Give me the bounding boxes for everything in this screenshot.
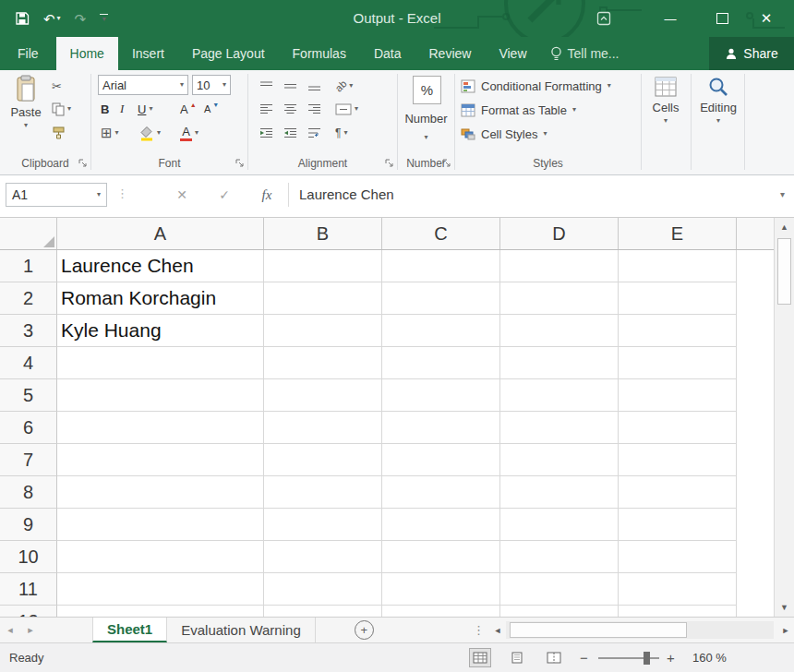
align-right-button[interactable] [307, 99, 321, 119]
share-button[interactable]: Share [709, 37, 794, 70]
number-format-dropdown-icon[interactable]: ▾ [398, 128, 454, 142]
zoom-in-button[interactable]: + [667, 643, 675, 672]
cell-B10[interactable] [264, 541, 382, 573]
cell-E9[interactable] [619, 509, 737, 541]
cell-C2[interactable] [382, 282, 500, 315]
column-header-C[interactable]: C [382, 218, 500, 249]
scroll-up-button[interactable]: ▲ [775, 218, 794, 236]
cell-C6[interactable] [382, 412, 500, 444]
cell-D5[interactable] [500, 379, 619, 412]
cell-C3[interactable] [382, 315, 500, 347]
row-header-9[interactable]: 9 [0, 509, 57, 541]
font-size-combo[interactable]: 10 ▾ [192, 75, 231, 95]
name-box-dropdown-icon[interactable]: ▾ [97, 191, 101, 198]
tab-view[interactable]: View [485, 37, 540, 70]
cell-C11[interactable] [382, 573, 500, 606]
tab-insert[interactable]: Insert [118, 37, 178, 70]
insert-function-button[interactable]: fx [255, 183, 279, 207]
formula-input[interactable]: Laurence Chen [299, 183, 394, 207]
cell-C7[interactable] [382, 444, 500, 476]
borders-dropdown-icon[interactable]: ▾ [115, 129, 119, 137]
name-box[interactable]: A1 ▾ [6, 183, 107, 207]
row-header-6[interactable]: 6 [0, 412, 57, 444]
increase-font-size-button[interactable]: A▲ [180, 99, 198, 119]
column-header-E[interactable]: E [619, 218, 737, 249]
row-header-4[interactable]: 4 [0, 347, 57, 379]
undo-dropdown-icon[interactable]: ▾ [57, 15, 61, 22]
wrap-text-button[interactable] [307, 123, 321, 143]
copy-button[interactable]: ▾ [52, 99, 71, 119]
zoom-slider-track[interactable] [598, 657, 659, 659]
tell-me-box[interactable]: Tell me... [550, 37, 620, 70]
cell-B8[interactable] [264, 476, 382, 509]
row-header-2[interactable]: 2 [0, 282, 57, 315]
cell-A3[interactable]: Kyle Huang [57, 315, 264, 347]
customize-quick-access-button[interactable]: ▾ [100, 14, 108, 23]
sheet-prev-button[interactable]: ◂ [0, 618, 20, 642]
cell-A1[interactable]: Laurence Chen [57, 250, 264, 282]
tab-review[interactable]: Review [415, 37, 486, 70]
cell-D11[interactable] [500, 573, 619, 606]
cell-C8[interactable] [382, 476, 500, 509]
vertical-scrollbar[interactable]: ▲ ▼ [774, 218, 794, 617]
cell-E4[interactable] [619, 347, 737, 379]
row-header-7[interactable]: 7 [0, 444, 57, 476]
undo-button[interactable]: ↶ ▾ [43, 12, 61, 26]
decrease-indent-button[interactable] [259, 123, 273, 143]
cell-A4[interactable] [57, 347, 264, 379]
column-header-A[interactable]: A [57, 218, 264, 249]
middle-align-button[interactable] [283, 76, 297, 96]
cell-B1[interactable] [264, 250, 382, 282]
tab-formulas[interactable]: Formulas [279, 37, 360, 70]
font-name-combo[interactable]: Arial ▾ [98, 75, 188, 95]
bold-button[interactable]: B [101, 99, 109, 119]
cell-C1[interactable] [382, 250, 500, 282]
paste-button[interactable]: Paste ▾ [7, 75, 44, 129]
alignment-dialog-launcher[interactable] [384, 158, 394, 168]
top-align-button[interactable] [259, 76, 273, 96]
formula-bar-expand-icon[interactable]: ▾ [780, 189, 785, 199]
cell-C12[interactable] [382, 606, 500, 617]
underline-dropdown-icon[interactable]: ▾ [149, 105, 152, 113]
cell-D12[interactable] [500, 606, 619, 617]
number-dialog-launcher[interactable] [441, 158, 451, 168]
cells-button[interactable]: Cells ▾ [647, 76, 684, 125]
sheet-tab-evaluation-warning[interactable]: Evaluation Warning [167, 618, 316, 642]
vertical-scrollbar-thumb[interactable] [777, 238, 791, 305]
cell-B9[interactable] [264, 509, 382, 541]
cell-E2[interactable] [619, 282, 737, 315]
bottom-align-button[interactable] [307, 76, 321, 96]
cell-E12[interactable] [619, 606, 737, 617]
select-all-corner[interactable] [0, 218, 57, 249]
font-name-dropdown-icon[interactable]: ▾ [176, 81, 184, 89]
row-header-5[interactable]: 5 [0, 379, 57, 412]
tab-file[interactable]: File [0, 37, 56, 70]
cell-E8[interactable] [619, 476, 737, 509]
align-center-button[interactable] [283, 99, 297, 119]
maximize-button[interactable] [704, 0, 740, 37]
cell-styles-dropdown-icon[interactable]: ▾ [543, 130, 547, 138]
font-size-dropdown-icon[interactable]: ▾ [219, 81, 226, 89]
cell-E10[interactable] [619, 541, 737, 573]
page-layout-view-button[interactable] [506, 648, 528, 667]
fill-color-dropdown-icon[interactable]: ▾ [157, 129, 161, 137]
format-painter-button[interactable] [52, 123, 66, 143]
cut-button[interactable]: ✂ [52, 76, 62, 96]
enter-button[interactable]: ✓ [212, 183, 236, 207]
text-direction-dropdown-icon[interactable]: ▾ [343, 129, 347, 137]
paste-dropdown-icon[interactable]: ▾ [24, 122, 28, 129]
increase-indent-button[interactable] [283, 123, 297, 143]
cell-E6[interactable] [619, 412, 737, 444]
cell-B5[interactable] [264, 379, 382, 412]
italic-button[interactable]: I [120, 99, 124, 119]
cells-dropdown-icon[interactable]: ▾ [664, 117, 668, 125]
row-header-10[interactable]: 10 [0, 541, 57, 573]
horizontal-scrollbar-thumb[interactable] [510, 622, 687, 638]
fill-color-button[interactable]: ▾ [139, 123, 161, 143]
zoom-out-button[interactable]: − [580, 643, 588, 672]
orientation-dropdown-icon[interactable]: ▾ [349, 82, 353, 90]
cell-D9[interactable] [500, 509, 619, 541]
format-as-table-dropdown-icon[interactable]: ▾ [572, 106, 576, 114]
row-header-3[interactable]: 3 [0, 315, 57, 347]
cell-C4[interactable] [382, 347, 500, 379]
